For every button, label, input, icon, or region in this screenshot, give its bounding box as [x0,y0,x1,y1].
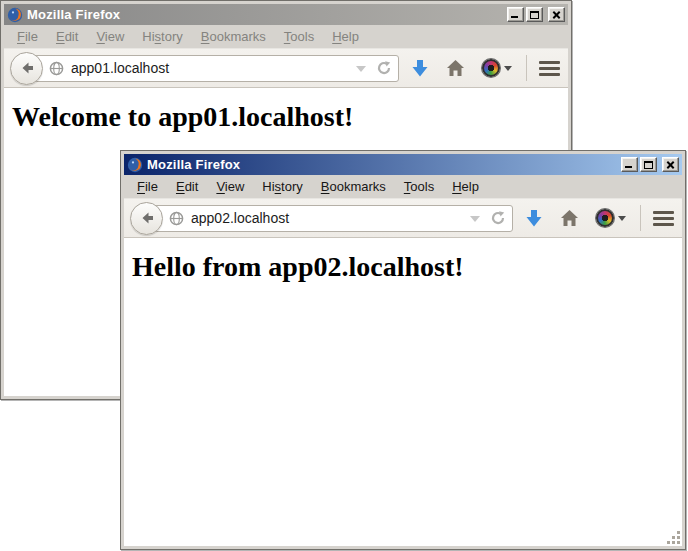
window-title: Mozilla Firefox [27,7,507,22]
menu-item-file[interactable]: File [128,176,167,197]
home-button[interactable] [560,209,579,227]
globe-icon[interactable] [49,61,64,76]
window-title: Mozilla Firefox [147,157,621,172]
navigation-toolbar: app01.localhost [4,49,568,88]
navigation-toolbar: app02.localhost [124,199,682,238]
menu-item-help[interactable]: Help [443,176,488,197]
menu-item-view[interactable]: View [87,26,133,47]
maximize-icon[interactable] [640,157,657,172]
firefox-icon [7,7,23,23]
url-bar[interactable]: app02.localhost [146,205,513,232]
minimize-icon[interactable] [507,7,524,22]
download-arrow-icon [411,59,429,78]
back-arrow-icon [19,60,35,76]
search-engine-button[interactable] [482,59,512,77]
close-icon[interactable] [662,157,679,172]
reload-icon[interactable] [490,210,506,226]
globe-icon[interactable] [169,211,184,226]
page-content: Hello from app02.localhost! [124,238,682,546]
menu-item-history[interactable]: History [253,176,311,197]
color-wheel-icon [482,59,500,77]
chevron-down-icon [504,66,512,71]
toolbar-separator [640,205,641,231]
urlbar-dropdown-icon[interactable] [470,216,480,222]
chevron-down-icon [618,216,626,221]
url-text[interactable]: app02.localhost [191,210,464,226]
home-icon [560,209,579,227]
resize-grip-icon[interactable] [667,531,680,544]
menu-item-view[interactable]: View [207,176,253,197]
back-button[interactable] [10,52,43,85]
menu-item-bookmarks[interactable]: Bookmarks [192,26,275,47]
page-heading: Welcome to app01.localhost! [12,101,568,133]
downloads-button[interactable] [411,59,429,78]
urlbar-dropdown-icon[interactable] [356,66,366,72]
title-bar[interactable]: Mozilla Firefox [4,4,568,25]
menu-item-file[interactable]: File [8,26,47,47]
browser-window-app02: Mozilla Firefox FileEditViewHistoryBookm… [120,150,686,550]
menu-item-help[interactable]: Help [323,26,368,47]
search-engine-button[interactable] [596,209,626,227]
url-text[interactable]: app01.localhost [71,60,350,76]
downloads-button[interactable] [525,209,543,228]
menu-item-tools[interactable]: Tools [275,26,323,47]
menu-bar: FileEditViewHistoryBookmarksToolsHelp [124,175,682,199]
home-button[interactable] [446,59,465,77]
menu-item-tools[interactable]: Tools [395,176,443,197]
back-button[interactable] [130,202,163,235]
home-icon [446,59,465,77]
reload-icon[interactable] [376,60,392,76]
title-bar[interactable]: Mozilla Firefox [124,154,682,175]
minimize-icon[interactable] [621,157,638,172]
toolbar-separator [526,55,527,81]
color-wheel-icon [596,209,614,227]
back-arrow-icon [139,210,155,226]
menu-item-edit[interactable]: Edit [47,26,87,47]
menu-item-history[interactable]: History [133,26,191,47]
url-bar[interactable]: app01.localhost [26,55,399,82]
menu-item-edit[interactable]: Edit [167,176,207,197]
menu-bar: FileEditViewHistoryBookmarksToolsHelp [4,25,568,49]
app-menu-button[interactable] [653,211,674,226]
maximize-icon[interactable] [526,7,543,22]
page-heading: Hello from app02.localhost! [132,251,682,283]
menu-item-bookmarks[interactable]: Bookmarks [312,176,395,197]
app-menu-button[interactable] [539,61,560,76]
download-arrow-icon [525,209,543,228]
close-icon[interactable] [548,7,565,22]
firefox-icon [127,157,143,173]
